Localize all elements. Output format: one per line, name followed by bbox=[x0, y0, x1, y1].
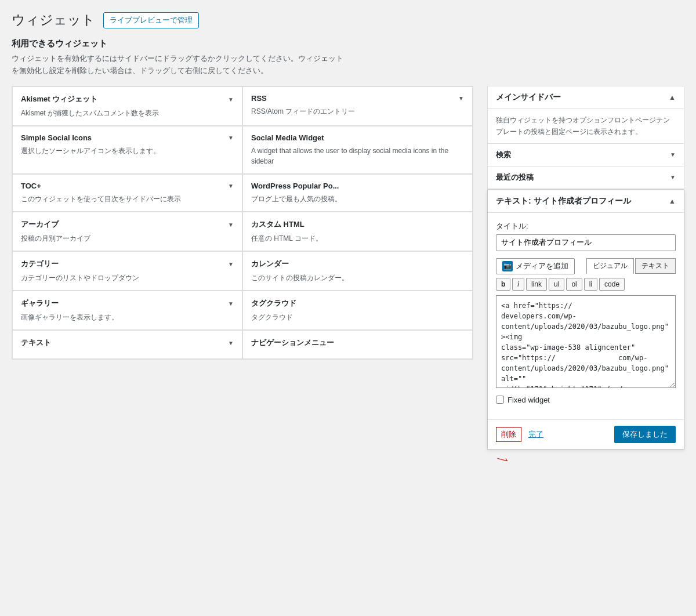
widget-item-header: RSS ▼ bbox=[251, 94, 464, 103]
save-button[interactable]: 保存しました bbox=[614, 426, 676, 443]
widget-desc: カテゴリーのリストやドロップダウン bbox=[21, 273, 234, 283]
chevron-down-icon: ▼ bbox=[228, 340, 234, 346]
fixed-widget-checkbox[interactable] bbox=[496, 396, 504, 404]
text-widget-panel-footer: 削除 完了 保存しました → bbox=[488, 419, 684, 449]
widget-name: カスタム HTML bbox=[251, 219, 304, 230]
section-title: 利用できるウィジェット bbox=[12, 38, 684, 49]
widget-item-category[interactable]: カテゴリー ▼ カテゴリーのリストやドロップダウン bbox=[12, 251, 242, 291]
widget-item-custom-html[interactable]: カスタム HTML 任意の HTML コード。 bbox=[242, 212, 473, 251]
widget-item-gallery[interactable]: ギャラリー ▼ 画像ギャラリーを表示します。 bbox=[12, 291, 242, 330]
widget-desc: このサイトの投稿カレンダー。 bbox=[251, 273, 464, 283]
widget-list-col: Akismet ウィジェット ▼ Akismet が捕獲したスパムコメント数を表… bbox=[12, 86, 473, 449]
widget-item-header: カレンダー bbox=[251, 259, 464, 269]
text-widget-title: テキスト: サイト作成者プロフィール bbox=[496, 196, 631, 206]
widget-desc: 選択したソーシャルアイコンを表示します。 bbox=[21, 146, 234, 156]
format-buttons: b i link ul ol li code bbox=[496, 278, 676, 291]
widget-desc: RSS/Atom フィードのエントリー bbox=[251, 106, 464, 117]
widget-item-header: ギャラリー ▼ bbox=[21, 298, 234, 309]
widget-item-header: カスタム HTML bbox=[251, 219, 464, 230]
delete-button[interactable]: 削除 bbox=[496, 427, 521, 442]
main-layout: Akismet ウィジェット ▼ Akismet が捕獲したスパムコメント数を表… bbox=[12, 86, 684, 449]
media-btn-label: メディアを追加 bbox=[516, 261, 568, 271]
widget-item-header: TOC+ ▼ bbox=[21, 182, 234, 190]
fixed-widget-label: Fixed widget bbox=[507, 396, 550, 404]
widget-item-archive[interactable]: アーカイブ ▼ 投稿の月別アーカイブ bbox=[12, 212, 242, 251]
widget-item-header: カテゴリー ▼ bbox=[21, 259, 234, 269]
widget-item-calendar[interactable]: カレンダー このサイトの投稿カレンダー。 bbox=[242, 251, 473, 291]
sidebar-widget-recent-posts[interactable]: 最近の投稿 ▼ bbox=[488, 166, 684, 189]
italic-button[interactable]: i bbox=[512, 278, 524, 291]
sidebar-col: メインサイドバー ▲ 独自ウィジェットを持つオプションフロントページテンプレート… bbox=[487, 86, 684, 449]
tab-visual[interactable]: ビジュアル bbox=[586, 258, 634, 274]
done-button[interactable]: 完了 bbox=[528, 429, 543, 440]
sidebar-item-label: 検索 bbox=[496, 150, 511, 160]
title-input[interactable] bbox=[496, 234, 676, 251]
chevron-down-icon: ▼ bbox=[228, 300, 234, 307]
sidebar-panel-header: メインサイドバー ▲ bbox=[488, 86, 684, 109]
text-widget-panel-header: テキスト: サイト作成者プロフィール ▲ bbox=[488, 190, 684, 213]
widget-item-header: Simple Social Icons ▼ bbox=[21, 133, 234, 142]
fixed-widget-row: Fixed widget bbox=[496, 396, 676, 404]
widget-item-header: アーカイブ ▼ bbox=[21, 219, 234, 230]
media-icon: 📷 bbox=[502, 261, 513, 271]
add-media-button[interactable]: 📷 メディアを追加 bbox=[496, 258, 575, 274]
widget-desc: 画像ギャラリーを表示します。 bbox=[21, 312, 234, 323]
widget-desc: A widget that allows the user to display… bbox=[251, 146, 464, 166]
chevron-down-icon: ▼ bbox=[228, 135, 234, 141]
page-header: ウィジェット ライブプレビューで管理 bbox=[12, 12, 684, 29]
widget-item-social-media-widget[interactable]: Social Media Widget A widget that allows… bbox=[242, 126, 473, 174]
sidebar-title: メインサイドバー bbox=[496, 92, 561, 103]
title-field-label: タイトル: bbox=[496, 221, 676, 231]
widget-item-header: Akismet ウィジェット ▼ bbox=[21, 94, 234, 104]
chevron-up-icon: ▲ bbox=[669, 93, 676, 102]
widget-item-header: Social Media Widget bbox=[251, 133, 464, 142]
widget-item-header: タグクラウド bbox=[251, 298, 464, 309]
chevron-down-icon: ▼ bbox=[670, 174, 676, 180]
widget-item-akismet[interactable]: Akismet ウィジェット ▼ Akismet が捕獲したスパムコメント数を表… bbox=[12, 86, 242, 126]
li-button[interactable]: li bbox=[584, 278, 597, 291]
widget-item-nav-menu[interactable]: ナビゲーションメニュー bbox=[242, 330, 473, 359]
widget-item-tag-cloud[interactable]: タグクラウド タグクラウド bbox=[242, 291, 473, 330]
tab-text[interactable]: テキスト bbox=[635, 258, 676, 274]
widget-item-header: テキスト ▼ bbox=[21, 338, 234, 348]
widget-item-header: ナビゲーションメニュー bbox=[251, 338, 464, 348]
widget-name: カテゴリー bbox=[21, 259, 59, 269]
link-button[interactable]: link bbox=[526, 278, 547, 291]
ol-button[interactable]: ol bbox=[566, 278, 582, 291]
chevron-up-icon: ▲ bbox=[669, 197, 676, 205]
editor-tabs: ビジュアル テキスト bbox=[586, 258, 676, 274]
widget-name: タグクラウド bbox=[251, 298, 296, 309]
widget-item-rss[interactable]: RSS ▼ RSS/Atom フィードのエントリー bbox=[242, 86, 473, 126]
widget-desc: 投稿の月別アーカイブ bbox=[21, 233, 234, 244]
chevron-down-icon: ▼ bbox=[458, 95, 464, 102]
footer-left: 削除 完了 bbox=[496, 427, 543, 442]
widget-item-header: WordPress Popular Po... bbox=[251, 182, 464, 190]
live-preview-button[interactable]: ライブプレビューで管理 bbox=[103, 12, 199, 28]
widget-name: ギャラリー bbox=[21, 298, 59, 309]
sidebar-panel: メインサイドバー ▲ 独自ウィジェットを持つオプションフロントページテンプレート… bbox=[487, 86, 684, 189]
widget-name: テキスト bbox=[21, 338, 51, 348]
widget-item-wp-popular[interactable]: WordPress Popular Po... ブログ上で最も人気の投稿。 bbox=[242, 174, 473, 212]
ul-button[interactable]: ul bbox=[549, 278, 564, 291]
widget-name: TOC+ bbox=[21, 182, 41, 190]
widget-desc: Akismet が捕獲したスパムコメント数を表示 bbox=[21, 108, 234, 118]
widget-desc: ブログ上で最も人気の投稿。 bbox=[251, 194, 464, 204]
widget-grid: Akismet ウィジェット ▼ Akismet が捕獲したスパムコメント数を表… bbox=[12, 86, 473, 360]
bold-button[interactable]: b bbox=[496, 278, 510, 291]
text-editor[interactable]: <a href="https:// developers.com/wp-cont… bbox=[496, 295, 676, 388]
widget-desc: このウィジェットを使って目次をサイドバーに表示 bbox=[21, 194, 234, 204]
section-desc: ウィジェットを有効化するにはサイドバーにドラッグするかクリックしてください。ウィ… bbox=[12, 53, 348, 77]
sidebar-widget-search[interactable]: 検索 ▼ bbox=[488, 144, 684, 166]
widget-item-toc[interactable]: TOC+ ▼ このウィジェットを使って目次をサイドバーに表示 bbox=[12, 174, 242, 212]
editor-toolbar-top: 📷 メディアを追加 ビジュアル テキスト bbox=[496, 258, 676, 274]
arrow-indicator: → bbox=[491, 446, 514, 461]
code-button[interactable]: code bbox=[599, 278, 625, 291]
widget-name: Akismet ウィジェット bbox=[21, 94, 97, 104]
widget-name: Social Media Widget bbox=[251, 133, 324, 142]
page-title: ウィジェット bbox=[12, 12, 95, 29]
widget-name: ナビゲーションメニュー bbox=[251, 338, 334, 348]
chevron-down-icon: ▼ bbox=[228, 183, 234, 189]
widget-item-simple-social-icons[interactable]: Simple Social Icons ▼ 選択したソーシャルアイコンを表示しま… bbox=[12, 126, 242, 174]
chevron-down-icon: ▼ bbox=[228, 222, 234, 228]
widget-item-text[interactable]: テキスト ▼ bbox=[12, 330, 242, 359]
